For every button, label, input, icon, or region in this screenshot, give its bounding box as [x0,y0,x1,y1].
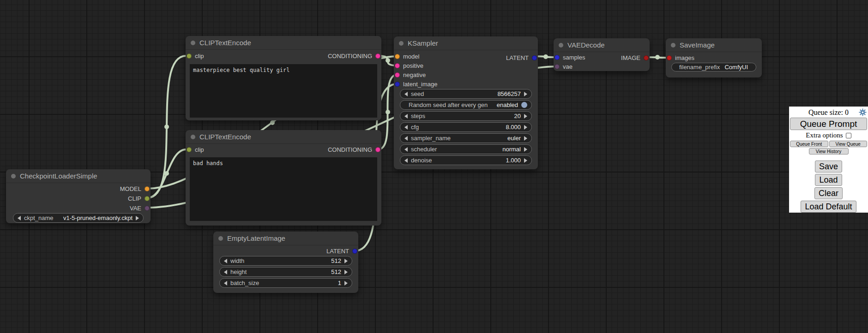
increment-arrow-icon[interactable] [344,281,348,285]
view-queue-button[interactable]: View Queue [829,141,868,147]
collapse-dot-icon[interactable] [191,41,195,45]
steps-widget[interactable]: steps 20 [400,111,532,121]
decrement-arrow-icon[interactable] [404,147,408,152]
settings-gear-icon[interactable] [859,108,867,116]
output-label: VAE [130,205,141,212]
input-label: clip [195,146,204,153]
output-slot-clip[interactable] [145,196,150,201]
input-slot-images[interactable] [667,55,672,60]
input-slot-positive[interactable] [395,63,400,68]
increment-arrow-icon[interactable] [344,270,348,274]
prompt-text-input[interactable]: masterpiece best quality girl [190,64,377,118]
view-history-button[interactable]: View History [809,148,849,155]
input-slot-negative[interactable] [395,72,400,77]
decrement-arrow-icon[interactable] [404,114,408,119]
decrement-arrow-icon[interactable] [404,92,408,96]
collapse-dot-icon[interactable] [218,236,223,241]
batch-size-widget[interactable]: batch_size 1 [219,278,352,288]
node-title: CLIPTextEncode [199,133,251,141]
node-title-bar[interactable]: KSampler [394,36,538,50]
node-title-bar[interactable]: CLIPTextEncode [186,36,381,50]
output-label: CLIP [128,195,141,202]
node-vae-decode[interactable]: VAEDecode IMAGE samples vae [554,38,650,71]
node-title-bar[interactable]: VAEDecode [554,38,650,52]
decrement-arrow-icon[interactable] [224,281,227,285]
node-title-bar[interactable]: EmptyLatentImage [213,232,358,245]
input-slot-vae[interactable] [555,64,560,69]
input-label: model [403,53,419,60]
denoise-widget[interactable]: denoise 1.000 [400,155,532,165]
queue-front-button[interactable]: Queue Front [790,141,828,147]
output-slot-image[interactable] [644,55,649,60]
node-title-bar[interactable]: SaveImage [666,38,762,52]
increment-arrow-icon[interactable] [136,216,139,220]
node-checkpoint-loader[interactable]: CheckpointLoaderSimple MODEL CLIP VAE ck… [6,169,151,223]
extra-options-label: Extra options [806,131,843,139]
decrement-arrow-icon[interactable] [224,270,227,274]
increment-arrow-icon[interactable] [344,259,348,263]
toggle-dot-icon[interactable] [521,102,527,108]
node-save-image[interactable]: SaveImage images filename_prefix ComfyUI [666,38,762,77]
input-slot-clip[interactable] [187,54,192,59]
filename-prefix-widget[interactable]: filename_prefix ComfyUI [671,63,756,71]
increment-arrow-icon[interactable] [524,92,527,96]
node-title-bar[interactable]: CheckpointLoaderSimple [6,169,151,183]
collapse-dot-icon[interactable] [191,135,195,139]
output-slot-conditioning[interactable] [375,54,380,59]
input-slot-model[interactable] [395,54,400,59]
extra-options-checkbox[interactable] [846,133,851,138]
scheduler-widget[interactable]: scheduler normal [400,144,532,154]
node-clip-text-encode-positive[interactable]: CLIPTextEncode clip CONDITIONING masterp… [186,36,381,120]
width-widget[interactable]: width 512 [219,256,352,266]
decrement-arrow-icon[interactable] [404,125,408,130]
input-slot-latent-image[interactable] [395,82,400,87]
node-title-bar[interactable]: CLIPTextEncode [186,130,381,144]
increment-arrow-icon[interactable] [524,136,527,141]
increment-arrow-icon[interactable] [524,158,527,163]
output-slot-latent[interactable] [352,249,357,254]
increment-arrow-icon[interactable] [524,125,527,130]
load-default-button[interactable]: Load Default [801,201,856,213]
prompt-text-input[interactable]: bad hands [190,157,377,221]
node-title: SaveImage [680,41,715,49]
queue-menu-panel: Queue size: 0 Queue Prompt Extra options… [789,107,868,213]
output-label: CONDITIONING [328,146,372,153]
height-widget[interactable]: height 512 [219,267,352,277]
ckpt-name-widget[interactable]: ckpt_name v1-5-pruned-emaonly.ckpt [13,213,144,223]
increment-arrow-icon[interactable] [524,114,527,119]
collapse-dot-icon[interactable] [11,174,16,178]
node-empty-latent-image[interactable]: EmptyLatentImage LATENT width 512 height… [213,232,358,293]
widget-label: ckpt_name [24,214,54,221]
collapse-dot-icon[interactable] [671,43,675,48]
cfg-widget[interactable]: cfg 8.000 [400,122,532,132]
output-label: LATENT [326,248,349,255]
decrement-arrow-icon[interactable] [404,136,408,141]
clear-button[interactable]: Clear [814,187,843,199]
node-ksampler[interactable]: KSampler LATENT model positive negative … [394,36,538,169]
input-slot-samples[interactable] [555,55,560,60]
widget-value: v1-5-pruned-emaonly.ckpt [63,214,133,221]
random-seed-toggle-widget[interactable]: Random seed after every gen enabled [400,100,532,110]
node-title: VAEDecode [567,41,605,49]
load-button[interactable]: Load [815,174,842,186]
node-clip-text-encode-negative[interactable]: CLIPTextEncode clip CONDITIONING bad han… [186,130,381,226]
collapse-dot-icon[interactable] [399,41,404,46]
seed-widget[interactable]: seed 8566257 [400,89,532,99]
collapse-dot-icon[interactable] [559,43,563,48]
decrement-arrow-icon[interactable] [224,259,227,263]
increment-arrow-icon[interactable] [524,147,527,152]
input-slot-clip[interactable] [187,147,192,152]
save-button[interactable]: Save [815,161,842,172]
output-slot-model[interactable] [145,186,150,191]
output-slot-latent[interactable] [532,55,537,60]
sampler-name-widget[interactable]: sampler_name euler [400,133,532,143]
output-label: CONDITIONING [328,53,372,59]
output-slot-conditioning[interactable] [375,147,380,152]
queue-size-value: 0 [845,108,849,116]
link-midpoint-dot [164,171,169,176]
link-midpoint-dot [386,110,390,114]
decrement-arrow-icon[interactable] [404,158,408,163]
queue-prompt-button[interactable]: Queue Prompt [790,118,867,130]
decrement-arrow-icon[interactable] [18,216,21,220]
output-slot-vae[interactable] [145,206,150,211]
